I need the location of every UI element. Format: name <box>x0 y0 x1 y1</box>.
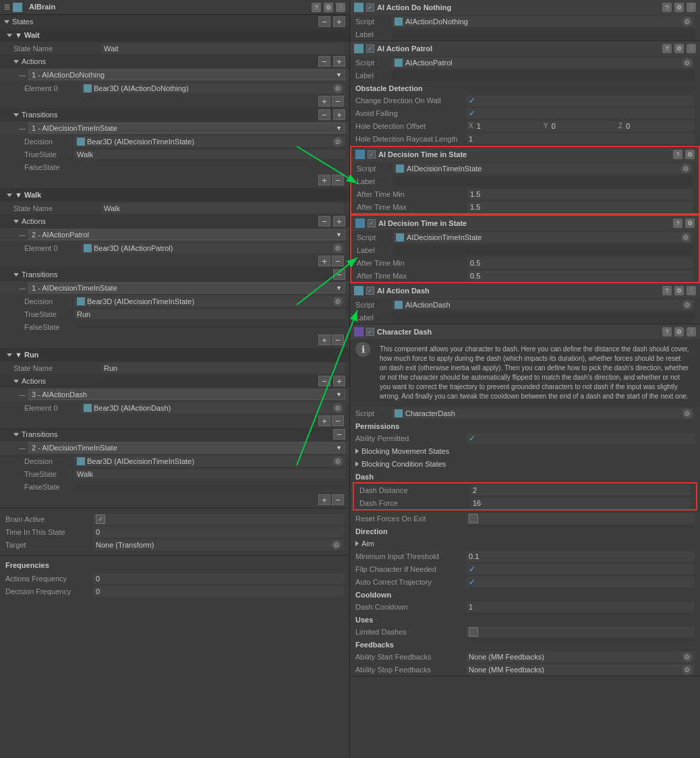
comp4-script-value[interactable]: AIDecisionTimeInState ⊙ <box>393 232 693 243</box>
comp6-menu[interactable]: ⋮ <box>687 327 696 337</box>
run-element-reset[interactable]: ⊙ <box>333 403 343 413</box>
comp1-settings[interactable]: ⚙ <box>674 3 684 12</box>
walk-actions-minus[interactable]: − <box>318 216 330 227</box>
run-element-value[interactable]: Bear3D (AIActionDash) ⊙ <box>81 403 345 413</box>
comp2-hole-offset-value[interactable]: X 1 Y 0 Z 0 <box>466 121 695 132</box>
wait-actions-add[interactable]: + <box>318 96 330 107</box>
comp3-min-value[interactable]: 1.5 <box>467 189 693 200</box>
run-actions-add[interactable]: + <box>318 415 330 426</box>
run-actions-remove[interactable]: − <box>332 415 344 426</box>
comp3-header[interactable]: ✓ AI Decision Time in State ? ⚙ <box>351 147 699 162</box>
comp5-help[interactable]: ? <box>662 286 672 295</box>
comp6-min-threshold-value[interactable]: 0.1 <box>466 551 695 562</box>
comp2-script-reset[interactable]: ⊙ <box>682 58 692 67</box>
walk-falsestate-value[interactable] <box>74 326 345 328</box>
walk-trans-remove[interactable]: − <box>332 334 344 345</box>
comp6-flip-char-value[interactable]: ✓ <box>466 564 695 575</box>
decision-freq-value[interactable]: 0 <box>93 586 344 597</box>
comp3-max-value[interactable]: 1.5 <box>467 202 693 212</box>
comp6-ability-permitted-value[interactable]: ✓ <box>466 433 695 444</box>
comp4-max-value[interactable]: 0.5 <box>467 270 693 281</box>
comp6-help[interactable]: ? <box>662 327 672 337</box>
walk-actions-remove[interactable]: − <box>332 256 344 266</box>
comp2-menu[interactable]: ⋮ <box>687 44 696 53</box>
comp4-label-val[interactable] <box>393 245 693 256</box>
wait-actions-plus[interactable]: + <box>333 56 345 67</box>
comp2-settings[interactable]: ⚙ <box>674 44 684 53</box>
comp2-avoid-falling-value[interactable]: ✓ <box>466 108 695 119</box>
run-transitions-header[interactable]: Transitions − <box>0 428 349 441</box>
wait-state-header[interactable]: ▼ Wait <box>0 28 349 42</box>
actions-freq-value[interactable]: 0 <box>93 573 344 584</box>
comp2-label-val[interactable] <box>392 70 695 81</box>
walk-action-dropdown[interactable]: 2 - AIActionPatrol ▼ <box>28 229 345 240</box>
wait-element-reset[interactable]: ⊙ <box>333 84 343 93</box>
comp4-help[interactable]: ? <box>673 218 682 228</box>
states-section-header[interactable]: States − + <box>0 15 349 28</box>
comp2-change-dir-value[interactable]: ✓ <box>466 95 695 106</box>
target-value[interactable]: None (Transform) ⊙ <box>93 540 344 550</box>
wait-trans-add[interactable]: + <box>318 175 330 185</box>
time-in-state-value[interactable]: 0 <box>93 527 344 537</box>
comp6-header[interactable]: ✓ Character Dash ? ⚙ ⋮ <box>350 324 700 339</box>
wait-falsestate-value[interactable] <box>74 167 345 168</box>
comp6-reset-forces-value[interactable] <box>466 513 695 524</box>
comp6-script-reset[interactable]: ⊙ <box>682 409 692 418</box>
wait-trans-remove[interactable]: − <box>332 175 344 185</box>
comp6-aim-row[interactable]: Aim <box>350 537 700 550</box>
states-plus-btn[interactable]: + <box>333 16 345 27</box>
brain-active-checkbox[interactable]: ✓ <box>96 515 105 524</box>
comp1-script-value[interactable]: AIActionDoNothing ⊙ <box>392 16 695 27</box>
comp4-min-value[interactable]: 0.5 <box>467 258 693 268</box>
walk-actions-add[interactable]: + <box>318 256 330 266</box>
comp6-stop-feedbacks-reset[interactable]: ⊙ <box>682 665 692 674</box>
wait-actions-minus[interactable]: − <box>318 56 330 67</box>
comp2-script-value[interactable]: AIActionPatrol ⊙ <box>392 57 695 68</box>
comp4-settings[interactable]: ⚙ <box>685 218 695 228</box>
walk-trans-add[interactable]: + <box>318 334 330 345</box>
comp6-blocking-movement-row[interactable]: Blocking Movement States <box>350 444 700 457</box>
comp6-script-value[interactable]: CharacterDash ⊙ <box>392 408 695 419</box>
run-trans-minus[interactable]: − <box>333 429 345 440</box>
help-icon[interactable]: ? <box>312 3 321 12</box>
walk-trans-dropdown[interactable]: 1 - AIDecisionTimeInState ▼ <box>28 283 345 293</box>
run-trans-remove[interactable]: − <box>332 494 344 505</box>
states-minus-btn[interactable]: − <box>318 16 330 27</box>
comp2-checkbox[interactable]: ✓ <box>366 45 374 53</box>
wait-trans-dropdown[interactable]: 1 - AIDecisionTimeInState ▼ <box>28 123 345 134</box>
wait-element-value[interactable]: Bear3D (AIActionDoNothing) ⊙ <box>81 83 345 94</box>
comp3-script-reset[interactable]: ⊙ <box>681 164 691 173</box>
wait-transitions-header[interactable]: Transitions − + <box>0 108 349 121</box>
wait-truestate-value[interactable]: Walk <box>74 150 345 159</box>
comp3-help[interactable]: ? <box>673 150 682 159</box>
walk-decision-reset[interactable]: ⊙ <box>333 297 343 306</box>
run-decision-value[interactable]: Bear3D (AIDecisionTimeInState) ⊙ <box>74 456 345 467</box>
comp3-label-val[interactable] <box>393 176 693 187</box>
brain-active-value[interactable]: ✓ <box>93 514 344 525</box>
comp1-checkbox[interactable]: ✓ <box>366 3 374 11</box>
comp6-dash-cooldown-value[interactable]: 1 <box>466 602 695 612</box>
run-trans-dropdown[interactable]: 2 - AIDecisionTimeInState ▼ <box>28 442 345 453</box>
comp6-blocking-condition-row[interactable]: Blocking Condition States <box>350 457 700 470</box>
comp1-script-reset[interactable]: ⊙ <box>682 17 692 26</box>
comp1-label-val[interactable] <box>392 29 695 40</box>
comp3-checkbox[interactable]: ✓ <box>368 150 376 158</box>
comp5-menu[interactable]: ⋮ <box>687 286 696 295</box>
comp1-menu[interactable]: ⋮ <box>687 3 696 12</box>
run-truestate-value[interactable]: Walk <box>74 469 345 479</box>
walk-transitions-header[interactable]: Transitions − <box>0 268 349 281</box>
run-actions-minus[interactable]: − <box>318 376 330 386</box>
target-reset[interactable]: ⊙ <box>332 540 341 550</box>
comp6-auto-correct-value[interactable]: ✓ <box>466 577 695 587</box>
wait-trans-plus[interactable]: + <box>333 109 345 120</box>
comp5-settings[interactable]: ⚙ <box>674 286 684 295</box>
wait-state-name-value[interactable]: Wait <box>101 43 344 54</box>
walk-actions-header[interactable]: Actions − + <box>0 214 349 228</box>
hole-x-val[interactable]: 1 <box>475 121 542 131</box>
run-state-name-value[interactable]: Run <box>101 363 344 374</box>
run-falsestate-value[interactable] <box>74 486 345 488</box>
hole-y-val[interactable]: 0 <box>550 121 617 131</box>
comp6-start-feedbacks-value[interactable]: None (MM Feedbacks) ⊙ <box>466 651 695 662</box>
comp6-start-feedbacks-reset[interactable]: ⊙ <box>682 652 692 662</box>
wait-decision-reset[interactable]: ⊙ <box>333 137 343 146</box>
